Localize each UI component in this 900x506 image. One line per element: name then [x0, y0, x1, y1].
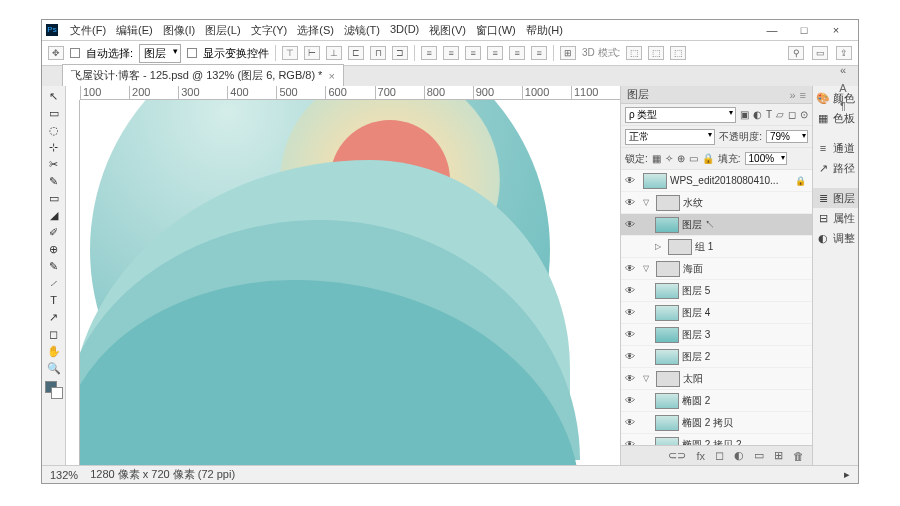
lock-all-icon[interactable]: 🔒	[702, 153, 714, 164]
lock-pixels-icon[interactable]: ▦	[652, 153, 661, 164]
tool-14[interactable]: ◻	[44, 326, 64, 342]
tool-1[interactable]: ▭	[44, 105, 64, 121]
distribute-icon[interactable]: ≡	[531, 46, 547, 60]
panel-tab-layers[interactable]: ≣图层	[813, 188, 858, 208]
tool-13[interactable]: ↗	[44, 309, 64, 325]
panel-tab-paths[interactable]: ↗路径	[813, 158, 858, 178]
layer-group-icon[interactable]: ▭	[754, 449, 764, 462]
paragraph-panel-icon[interactable]: ¶	[836, 100, 850, 112]
distribute-icon[interactable]: ≡	[443, 46, 459, 60]
tool-9[interactable]: ⊕	[44, 241, 64, 257]
align-vcenter-icon[interactable]: ⊢	[304, 46, 320, 60]
lock-artboard-icon[interactable]: ▭	[689, 153, 698, 164]
menu-select[interactable]: 选择(S)	[293, 21, 338, 40]
window-close[interactable]: ×	[826, 24, 846, 36]
auto-select-target[interactable]: 图层	[139, 44, 181, 63]
layer-row[interactable]: 👁椭圆 2	[621, 390, 812, 412]
panel-collapse-icon[interactable]: »	[789, 89, 795, 101]
lock-move-icon[interactable]: ⊕	[677, 153, 685, 164]
layer-row[interactable]: 👁▽水纹	[621, 192, 812, 214]
3d-icon[interactable]: ⬚	[648, 46, 664, 60]
layer-row[interactable]: 👁椭圆 2 拷贝 2	[621, 434, 812, 445]
filter-smart-icon[interactable]: ◻	[788, 109, 796, 120]
layer-row[interactable]: 👁图层 ↖	[621, 214, 812, 236]
layer-fx-icon[interactable]: fx	[696, 450, 705, 462]
visibility-icon[interactable]: 👁	[623, 175, 637, 186]
menu-edit[interactable]: 编辑(E)	[112, 21, 157, 40]
visibility-icon[interactable]: 👁	[623, 263, 637, 274]
canvas[interactable]	[80, 100, 620, 465]
align-top-icon[interactable]: ⊤	[282, 46, 298, 60]
tool-15[interactable]: ✋	[44, 343, 64, 359]
panel-tab-channels[interactable]: ≡通道	[813, 138, 858, 158]
filter-adjust-icon[interactable]: ◐	[753, 109, 762, 120]
collapse-panels-icon[interactable]: «	[836, 64, 850, 76]
folder-arrow-icon[interactable]: ▽	[643, 264, 653, 273]
layer-row[interactable]: 👁图层 3	[621, 324, 812, 346]
tool-16[interactable]: 🔍	[44, 360, 64, 376]
distribute-icon[interactable]: ≡	[465, 46, 481, 60]
folder-arrow-icon[interactable]: ▽	[643, 198, 653, 207]
opacity-value[interactable]: 79%	[766, 130, 808, 143]
filter-image-icon[interactable]: ▣	[740, 109, 749, 120]
align-left-icon[interactable]: ⊏	[348, 46, 364, 60]
visibility-icon[interactable]: 👁	[623, 417, 637, 428]
filter-shape-icon[interactable]: ▱	[776, 109, 784, 120]
menu-window[interactable]: 窗口(W)	[472, 21, 520, 40]
menu-3d[interactable]: 3D(D)	[386, 21, 423, 40]
auto-select-checkbox[interactable]	[70, 48, 80, 58]
window-minimize[interactable]: —	[762, 24, 782, 36]
tool-2[interactable]: ◌	[44, 122, 64, 138]
menu-image[interactable]: 图像(I)	[159, 21, 199, 40]
visibility-icon[interactable]: 👁	[623, 329, 637, 340]
folder-arrow-icon[interactable]: ▽	[643, 374, 653, 383]
folder-arrow-icon[interactable]: ▷	[655, 242, 665, 251]
layer-row[interactable]: 👁▽海面	[621, 258, 812, 280]
3d-icon[interactable]: ⬚	[670, 46, 686, 60]
3d-icon[interactable]: ⬚	[626, 46, 642, 60]
panel-tab-properties[interactable]: ⊟属性	[813, 208, 858, 228]
tool-6[interactable]: ▭	[44, 190, 64, 206]
status-arrow-icon[interactable]: ▸	[844, 468, 850, 481]
tab-close[interactable]: ×	[328, 70, 334, 82]
distribute-icon[interactable]: ≡	[421, 46, 437, 60]
tool-12[interactable]: T	[44, 292, 64, 308]
distribute-icon[interactable]: ≡	[487, 46, 503, 60]
search-icon[interactable]: ⚲	[788, 46, 804, 60]
tool-5[interactable]: ✎	[44, 173, 64, 189]
visibility-icon[interactable]: 👁	[623, 197, 637, 208]
distribute-icon[interactable]: ≡	[509, 46, 525, 60]
delete-layer-icon[interactable]: 🗑	[793, 450, 804, 462]
adjustment-layer-icon[interactable]: ◐	[734, 449, 744, 462]
tool-8[interactable]: ✐	[44, 224, 64, 240]
menu-filter[interactable]: 滤镜(T)	[340, 21, 384, 40]
visibility-icon[interactable]: 👁	[623, 351, 637, 362]
visibility-icon[interactable]: 👁	[623, 395, 637, 406]
panel-menu-icon[interactable]: ≡	[800, 89, 806, 101]
layer-row[interactable]: 👁▽太阳	[621, 368, 812, 390]
align-right-icon[interactable]: ⊐	[392, 46, 408, 60]
filter-toggle-icon[interactable]: ⊙	[800, 109, 808, 120]
document-tab[interactable]: 飞屋设计·博客 - 125.psd @ 132% (图层 6, RGB/8) *…	[62, 64, 344, 86]
background-color[interactable]	[51, 387, 63, 399]
zoom-level[interactable]: 132%	[50, 469, 78, 481]
tool-0[interactable]: ↖	[44, 88, 64, 104]
window-maximize[interactable]: □	[794, 24, 814, 36]
fill-value[interactable]: 100%	[745, 152, 787, 165]
align-hcenter-icon[interactable]: ⊓	[370, 46, 386, 60]
layer-row[interactable]: 👁椭圆 2 拷贝	[621, 412, 812, 434]
layer-row[interactable]: ▷组 1	[621, 236, 812, 258]
tool-3[interactable]: ⊹	[44, 139, 64, 155]
filter-type-icon[interactable]: T	[766, 109, 772, 120]
tool-7[interactable]: ◢	[44, 207, 64, 223]
tool-11[interactable]: ⟋	[44, 275, 64, 291]
type-panel-icon[interactable]: A	[836, 82, 850, 94]
link-layers-icon[interactable]: ⊂⊃	[668, 449, 686, 462]
menu-file[interactable]: 文件(F)	[66, 21, 110, 40]
move-tool-icon[interactable]: ✥	[48, 46, 64, 60]
menu-layer[interactable]: 图层(L)	[201, 21, 244, 40]
panel-tab-adjust[interactable]: ◐调整	[813, 228, 858, 248]
share-icon[interactable]: ⇪	[836, 46, 852, 60]
color-swatches[interactable]	[45, 381, 63, 399]
lock-position-icon[interactable]: ✧	[665, 153, 673, 164]
